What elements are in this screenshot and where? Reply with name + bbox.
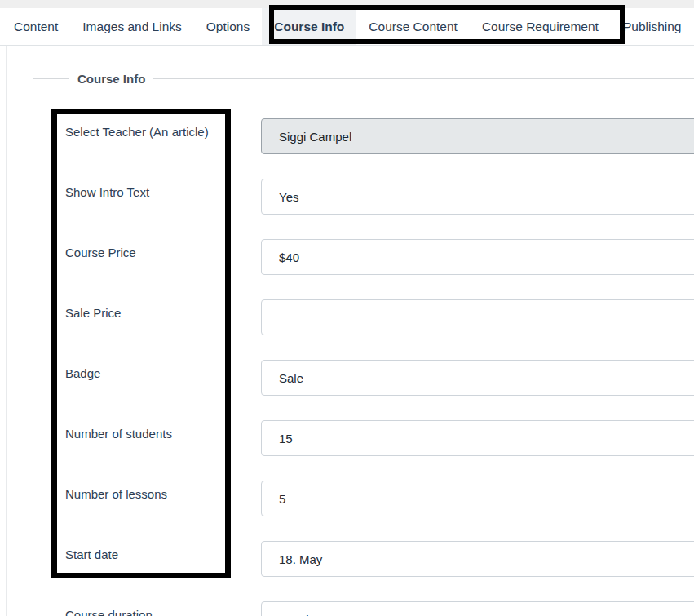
field-row-number-of-lessons: Number of lessons <box>0 481 694 516</box>
tab-options[interactable]: Options <box>194 8 262 45</box>
number-of-students-label: Number of students <box>65 426 172 442</box>
tab-course-info[interactable]: Course Info <box>262 8 356 45</box>
select-teacher-input[interactable] <box>261 118 694 154</box>
show-intro-text-input[interactable] <box>261 179 694 215</box>
tab-content[interactable]: Content <box>2 8 70 45</box>
number-of-lessons-label: Number of lessons <box>65 486 167 503</box>
badge-input[interactable] <box>261 360 694 396</box>
field-row-start-date: Start date <box>0 541 694 577</box>
field-row-number-of-students: Number of students <box>0 420 694 456</box>
field-row-select-teacher: Select Teacher (An article) <box>0 118 694 154</box>
number-of-students-input[interactable] <box>261 420 694 456</box>
field-row-course-duration: Course duration <box>0 601 694 616</box>
field-row-show-intro-text: Show Intro Text <box>0 179 694 215</box>
show-intro-text-label: Show Intro Text <box>65 184 149 201</box>
start-date-label: Start date <box>65 547 118 563</box>
sale-price-input[interactable] <box>261 299 694 335</box>
form-rows: Select Teacher (An article) Show Intro T… <box>0 118 694 616</box>
tab-course-content[interactable]: Course Content <box>356 8 470 45</box>
form-tabbar: Content Images and Links Options Course … <box>0 8 694 46</box>
course-duration-input[interactable] <box>261 601 694 616</box>
start-date-input[interactable] <box>261 541 694 577</box>
tab-images-and-links[interactable]: Images and Links <box>70 8 194 45</box>
course-price-input[interactable] <box>261 239 694 275</box>
sale-price-label: Sale Price <box>65 305 121 321</box>
course-duration-label: Course duration <box>65 607 153 616</box>
tab-publishing[interactable]: Publishing <box>611 8 694 45</box>
number-of-lessons-input[interactable] <box>261 481 694 516</box>
select-teacher-label: Select Teacher (An article) <box>65 124 209 140</box>
tab-course-requirement[interactable]: Course Requirement <box>470 8 611 45</box>
fieldset-legend: Course Info <box>69 72 153 86</box>
top-strip <box>0 0 694 8</box>
field-row-course-price: Course Price <box>0 239 694 275</box>
course-price-label: Course Price <box>65 245 136 261</box>
badge-label: Badge <box>65 366 100 382</box>
field-row-badge: Badge <box>0 360 694 396</box>
field-row-sale-price: Sale Price <box>0 299 694 335</box>
